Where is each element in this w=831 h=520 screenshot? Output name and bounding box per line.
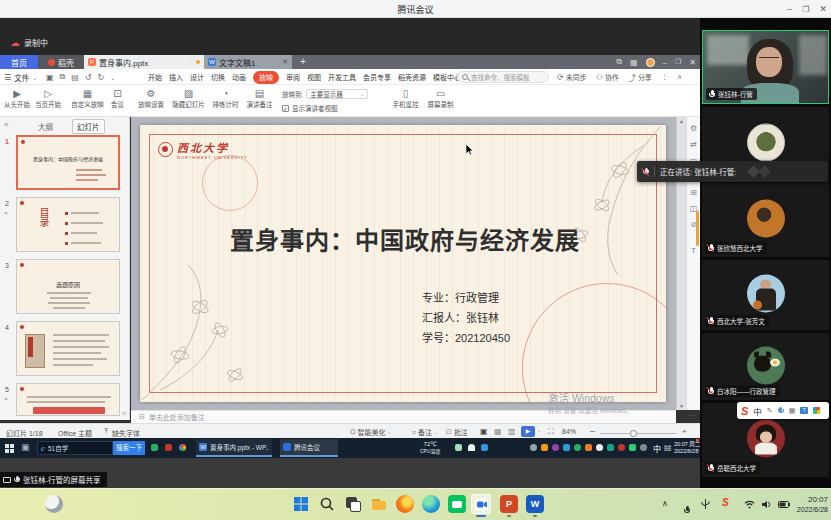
menu-member[interactable]: 会员专享	[363, 72, 391, 82]
scroll-down-icon[interactable]: ▼	[679, 403, 684, 409]
tab-docer[interactable]: 稻壳	[38, 55, 84, 69]
save-icon[interactable]: ▣	[46, 73, 54, 82]
missing-font-label[interactable]: 缺失字体	[112, 428, 140, 438]
layout-switch-icon[interactable]: ⧉	[616, 57, 622, 67]
slide[interactable]: 西北大学 NORTHWEST UNIVERSITY 置身事内：中国政府与经济发展…	[140, 125, 666, 402]
tray-wifi-icon[interactable]	[744, 500, 755, 509]
ribbon-custom-show[interactable]: ▦自定义放映	[69, 88, 106, 109]
share-button[interactable]: ⤴分享	[628, 72, 652, 83]
widgets-icon[interactable]	[45, 495, 63, 513]
ribbon-speaker-notes[interactable]: ▤演讲备注	[244, 88, 275, 109]
start-button-win10[interactable]	[5, 444, 14, 453]
wps-minimize-button[interactable]: –	[663, 58, 667, 67]
presenter-view-checkbox[interactable]: ✓ 显示演讲者视图	[282, 103, 338, 113]
file-explorer-icon[interactable]	[370, 495, 388, 513]
collaborate-button[interactable]: ⚇协作	[596, 72, 619, 82]
account-avatar[interactable]	[646, 58, 655, 67]
ribbon-rehearse[interactable]: ◔排练计时	[208, 88, 243, 109]
tray-icon-j[interactable]	[629, 444, 636, 451]
zoom-slider[interactable]	[600, 433, 676, 434]
touch-keyboard-icon[interactable]: ▤	[664, 443, 672, 452]
menu-docer-res[interactable]: 稻壳资源	[398, 72, 426, 82]
command-search[interactable]: 查找命令、搜索模板	[457, 71, 549, 83]
participant-tile-4[interactable]: 西北大学-张芳文	[702, 260, 829, 330]
taskbar-meeting-app[interactable]: 腾讯会议	[280, 439, 338, 457]
display-to-select[interactable]: 主要显示器 ⌄	[306, 89, 368, 99]
ribbon-screen-record[interactable]: ▭屏幕录制	[424, 88, 457, 109]
beautify-button[interactable]: ⛭智能美化⌄	[350, 427, 392, 437]
file-menu[interactable]: ☰ 文件 ⌄	[4, 69, 37, 85]
ribbon-hide-slide[interactable]: ▨隐藏幻灯片	[170, 88, 207, 109]
pinned-app-1[interactable]	[151, 444, 158, 451]
collapse-ribbon-icon[interactable]: ∧	[677, 73, 682, 81]
cortana-icon[interactable]: ▣	[21, 442, 30, 452]
strip-scroll-indicator[interactable]	[696, 210, 699, 246]
slide-thumbnail-1[interactable]: 置身事内：中国政府与经济发展	[16, 135, 120, 190]
slide-thumbnail-2[interactable]: 目录	[16, 197, 120, 252]
tray-icon-msg[interactable]	[481, 444, 488, 451]
win11-clock[interactable]: 20:07 2022/6/28	[792, 495, 828, 514]
scroll-up-icon[interactable]: ▲	[679, 118, 684, 124]
search-taskbar-icon[interactable]	[318, 495, 336, 513]
task-view-icon[interactable]	[344, 495, 362, 513]
menu-developer[interactable]: 开发工具	[328, 72, 356, 82]
ribbon-meeting[interactable]: ⊡会议	[106, 88, 129, 109]
sogou-ime-mode[interactable]: 中	[753, 405, 762, 417]
tray-chevron-icon[interactable]: ∧	[662, 499, 668, 508]
wps-close-button[interactable]: ✕	[689, 58, 696, 67]
wps-restore-button[interactable]: ❐	[675, 58, 681, 66]
participant-tile-5[interactable]: 白冰阳——行政管理	[702, 333, 829, 400]
outline-tab[interactable]: 大纲	[38, 121, 53, 132]
tray-icon-b[interactable]	[541, 444, 548, 451]
tray-usb-icon[interactable]	[701, 499, 710, 509]
new-tab-button[interactable]: +	[300, 56, 306, 67]
tray-icon-mic[interactable]	[468, 444, 475, 451]
view-normal-icon[interactable]: ▣	[480, 427, 488, 436]
tray-icon-h[interactable]	[607, 444, 614, 451]
participant-tile-1[interactable]: 张钰林-行管	[702, 30, 829, 104]
redo-icon[interactable]: ↻	[98, 73, 105, 82]
tencent-meeting-icon[interactable]	[471, 494, 491, 514]
sogou-grid-icon[interactable]	[813, 407, 820, 414]
tab-document[interactable]: W 文字文稿1 ✕	[204, 55, 292, 69]
zoom-out-button[interactable]: –	[590, 426, 595, 436]
zoom-slider-knob[interactable]	[630, 430, 637, 437]
slide-thumbnail-3[interactable]: 选题原因	[16, 259, 120, 314]
view-reading-icon[interactable]: ▥	[508, 427, 516, 436]
zoom-in-button[interactable]: +	[682, 427, 687, 436]
fit-icon[interactable]: ⛶	[548, 427, 554, 437]
ribbon-phone-remote[interactable]: ▯手机遥控	[390, 88, 421, 109]
zoom-level[interactable]: 84%	[562, 428, 576, 435]
text-tool-icon[interactable]: T	[691, 246, 696, 255]
menu-design[interactable]: 设计	[190, 72, 204, 82]
tray-icon-net[interactable]	[455, 444, 462, 451]
menu-transition[interactable]: 切换	[211, 72, 225, 82]
shared-clock[interactable]: 20:07 周二 2022/6/28	[674, 441, 698, 454]
output-icon[interactable]: ⧉	[60, 72, 66, 82]
apps-grid-icon[interactable]: ▦	[630, 58, 638, 67]
restore-button[interactable]: ❐	[802, 5, 809, 14]
tray-mic-icon[interactable]	[684, 506, 690, 514]
edge-icon[interactable]	[422, 495, 440, 513]
panel-list-icon[interactable]: ≡	[122, 410, 126, 417]
props-icon[interactable]: ⚙	[690, 124, 697, 133]
close-button[interactable]: ✕	[819, 4, 827, 14]
tab-home[interactable]: 首页	[0, 55, 38, 69]
tab-close-icon[interactable]: ✕	[282, 58, 288, 66]
sync-status[interactable]: ⟳未同步	[557, 72, 587, 82]
notes-more-icon[interactable]: ⋯	[688, 412, 695, 420]
taskbar-wps-app[interactable]: W 置身事内.pptx - WP...	[196, 439, 272, 457]
powerpoint-icon[interactable]: P	[500, 495, 518, 513]
tray-icon-f[interactable]	[585, 444, 592, 451]
tray-battery-icon[interactable]	[778, 501, 790, 508]
minimize-button[interactable]: –	[787, 4, 792, 14]
ribbon-play-from-start[interactable]: ▶从头开始	[2, 88, 32, 109]
sogou-skin-icon[interactable]: T	[800, 407, 808, 414]
sogou-keyboard-icon[interactable]: ▦	[789, 407, 796, 415]
tray-icon-d[interactable]	[563, 444, 570, 451]
sogou-pen-icon[interactable]: ✎	[767, 407, 773, 415]
menu-start[interactable]: 开始	[148, 72, 162, 82]
menu-insert[interactable]: 插入	[169, 72, 183, 82]
ie-search-box[interactable]: e 51自学	[37, 441, 113, 455]
customize-toolbar-icon[interactable]: ⌄	[110, 74, 115, 81]
